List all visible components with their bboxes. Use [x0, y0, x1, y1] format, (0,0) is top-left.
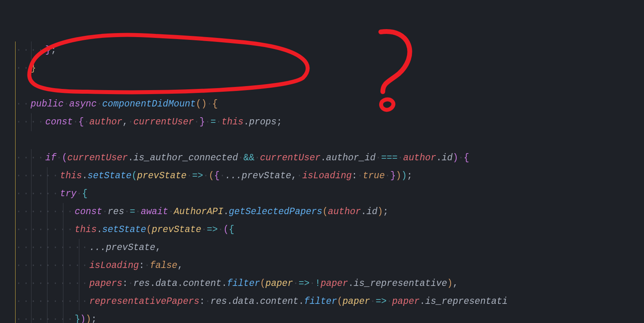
token-this: this [60, 171, 82, 181]
indent-guide [31, 113, 32, 131]
code-line[interactable]: · · · · · · this.setState(prevState·=>·(… [0, 167, 644, 185]
token-brace-y: ) [447, 278, 453, 289]
indent-guide [63, 293, 63, 311]
code-line[interactable]: · · · · · · · · · · papers:·res.data.con… [0, 275, 644, 293]
token-ws: · [205, 296, 211, 307]
token-fn: componentDidMount [102, 99, 196, 109]
token-punct: . [321, 153, 326, 163]
token-propkey: papers [89, 278, 122, 289]
token-punct: . [221, 278, 227, 289]
token-ws: · [168, 207, 174, 217]
token-brace-y: ) [86, 314, 91, 323]
code-line[interactable]: · · · · · · · · const·res·=·await·Author… [0, 203, 644, 221]
token-prop: prevState [242, 171, 291, 181]
indent-guide [15, 221, 16, 239]
code-line[interactable]: · · · · · · · · })); [0, 311, 644, 323]
token-punct: . [299, 296, 304, 307]
indent-guide [47, 293, 47, 311]
indent-whitespace: · · · · · · · · [16, 207, 75, 217]
indent-whitespace: · · · · · · · · · · [16, 260, 89, 271]
code-line[interactable]: · · · · · · · · · · representativePapers… [0, 293, 644, 311]
indent-guide [79, 239, 79, 257]
token-ws: · [187, 171, 192, 181]
token-op: => [376, 296, 387, 307]
token-brace-p: ( [62, 153, 67, 163]
token-punct: . [150, 278, 156, 289]
code-line[interactable]: · · · · if·(currentUser.is_author_connec… [0, 149, 644, 167]
token-punct: . [82, 171, 88, 181]
token-punct: ; [276, 117, 282, 127]
token-op: = [130, 207, 135, 217]
indent-whitespace: · · · · · · [16, 189, 60, 199]
token-prop: content [183, 278, 222, 289]
token-brace-p: { [214, 171, 220, 181]
token-brace-y: } [31, 63, 36, 73]
token-punct: . [361, 207, 366, 217]
code-line[interactable] [0, 77, 644, 95]
code-line[interactable]: · · · · · · · · · · ...prevState, [0, 239, 644, 257]
code-line[interactable] [0, 131, 644, 149]
token-ws: · [205, 117, 211, 127]
token-bool: true [363, 171, 385, 181]
token-op: => [207, 225, 218, 235]
token-prop: props [249, 117, 276, 127]
token-punct: , [291, 171, 297, 181]
indent-guide [47, 221, 47, 239]
indent-guide [15, 167, 16, 185]
code-line[interactable]: · · · · }; [0, 41, 644, 59]
code-line[interactable]: · · · · const·{·author,·currentUser·}·=·… [0, 113, 644, 131]
code-line[interactable]: · · public·async·componentDidMount()·{ [0, 95, 644, 113]
token-brace-p: } [45, 45, 51, 55]
token-brace-y: () [196, 99, 207, 109]
indent-guide [15, 131, 16, 149]
token-param: prevState [137, 171, 187, 181]
token-prop: author_id [326, 153, 376, 163]
indent-whitespace: · · · · · · · · [16, 225, 75, 235]
indent-guide [63, 257, 63, 275]
token-brace-y: ( [146, 225, 152, 235]
token-ws: · [203, 171, 209, 181]
token-ws: · [398, 153, 403, 163]
code-line[interactable]: · · } [0, 59, 644, 77]
token-var: currentUser [260, 153, 321, 163]
token-brace-y: ) [377, 207, 383, 217]
token-brace-y: ( [209, 171, 214, 181]
token-punct: , [177, 260, 183, 271]
code-line[interactable]: · · · · · · · · this.setState(prevState·… [0, 221, 644, 239]
indent-whitespace: · · · · · · · · · · [16, 296, 89, 307]
token-var: paper [392, 296, 419, 307]
token-punct: ; [383, 207, 388, 217]
indent-guide [31, 41, 32, 59]
token-op: = [211, 117, 216, 127]
token-prop: id [442, 153, 453, 163]
token-ws: · [144, 260, 150, 271]
token-brace-y: ( [260, 278, 266, 289]
code-line[interactable]: · · · · · · · · · · isLoading:·false, [0, 257, 644, 275]
indent-guide [31, 239, 32, 257]
indent-guide [47, 185, 47, 203]
token-brace-y: ( [337, 296, 343, 307]
token-kw-mod: const [75, 207, 102, 217]
token-var: author [328, 207, 361, 217]
token-punct: , [156, 242, 161, 253]
code-editor[interactable]: · · · · };· · }· · public·async·componen… [0, 41, 644, 323]
indent-guide [79, 293, 79, 311]
indent-guide [15, 149, 16, 167]
indent-guide [47, 311, 47, 323]
indent-guide [15, 77, 16, 95]
indent-guide [15, 275, 16, 293]
token-ws: · [309, 278, 315, 289]
token-param: prevState [152, 225, 201, 235]
token-method: setState [102, 225, 146, 235]
code-line[interactable]: · · · · · · try·{ [0, 185, 644, 203]
token-ws: · [135, 207, 141, 217]
indent-whitespace: · · · · · · · · · · [16, 242, 89, 253]
indent-guide [31, 257, 32, 275]
token-propkey: isLoading [302, 171, 352, 181]
token-op: ! [315, 278, 321, 289]
token-ws: · [218, 225, 223, 235]
indent-guide [47, 203, 47, 221]
indent-guide [31, 275, 32, 293]
token-ws: · [56, 153, 62, 163]
token-brace-y: ) [396, 171, 402, 181]
